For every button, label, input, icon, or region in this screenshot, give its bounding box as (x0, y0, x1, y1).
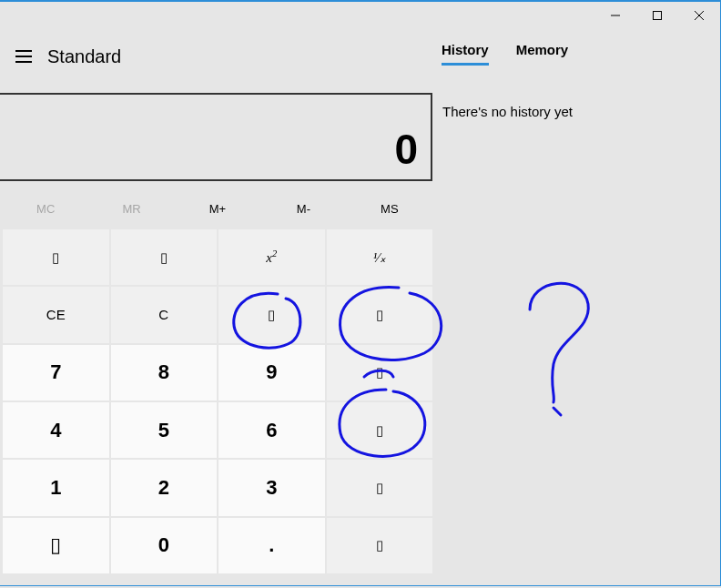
divide-button[interactable]: ▯ (327, 287, 433, 342)
tab-history[interactable]: History (442, 42, 489, 66)
mode-title: Standard (47, 46, 121, 67)
digit-3[interactable]: 3 (218, 460, 325, 515)
calculator-window: Standard History Memory 0 MC MR M+ M- MS… (0, 0, 721, 586)
digit-8[interactable]: 8 (111, 345, 218, 400)
mem-mplus[interactable]: M+ (175, 188, 260, 229)
add-button[interactable]: ▯ (327, 460, 433, 515)
digit-5[interactable]: 5 (111, 402, 218, 458)
display-value: 0 (394, 125, 418, 174)
mem-mc[interactable]: MC (3, 188, 88, 229)
reciprocal-button[interactable]: ¹⁄ₓ (327, 229, 433, 285)
digit-9[interactable]: 9 (218, 345, 325, 400)
svg-rect-1 (654, 12, 662, 20)
digit-7[interactable]: 7 (3, 345, 109, 400)
multiply-button[interactable]: ▯ (327, 345, 433, 400)
c-button[interactable]: C (111, 287, 218, 342)
backspace-button[interactable]: ▯ (218, 287, 325, 342)
square-base: x (266, 250, 272, 265)
sidebar-tabs: History Memory (442, 42, 568, 66)
digit-6[interactable]: 6 (218, 402, 325, 458)
mem-mr[interactable]: MR (88, 188, 174, 229)
digit-4[interactable]: 4 (3, 402, 109, 458)
close-button[interactable] (678, 2, 720, 29)
square-exp: 2 (272, 248, 277, 259)
hamburger-menu-icon[interactable] (0, 29, 47, 84)
maximize-button[interactable] (636, 2, 678, 29)
percent-button[interactable]: ▯ (3, 229, 109, 285)
negate-button[interactable]: ▯ (3, 518, 109, 573)
decimal-button[interactable]: . (218, 518, 325, 573)
mem-mminus[interactable]: M- (260, 188, 346, 229)
keypad: ▯ ▯ x2 ¹⁄ₓ CE C ▯ ▯ 7 8 9 ▯ 4 5 6 ▯ 1 2 … (3, 229, 432, 573)
digit-2[interactable]: 2 (111, 460, 218, 515)
mem-ms[interactable]: MS (347, 188, 432, 229)
tab-memory[interactable]: Memory (516, 42, 569, 66)
display: 0 (0, 93, 432, 181)
ce-button[interactable]: CE (3, 287, 109, 342)
header: Standard (0, 29, 720, 84)
history-empty-text: There's no history yet (442, 104, 573, 119)
square-button[interactable]: x2 (218, 229, 325, 285)
minimize-button[interactable] (594, 2, 636, 29)
subtract-button[interactable]: ▯ (327, 402, 433, 458)
equals-button[interactable]: ▯ (327, 518, 433, 573)
digit-1[interactable]: 1 (3, 460, 109, 515)
digit-0[interactable]: 0 (111, 518, 218, 573)
memory-row: MC MR M+ M- MS (3, 188, 432, 229)
sqrt-button[interactable]: ▯ (111, 229, 218, 285)
window-titlebar (594, 2, 720, 29)
